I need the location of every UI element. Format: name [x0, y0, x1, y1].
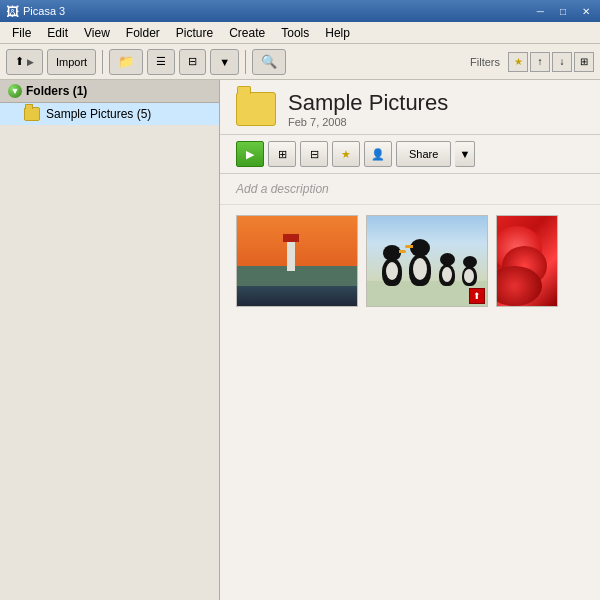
- penguin-1: [382, 245, 402, 286]
- penguin-3: [439, 253, 455, 286]
- menubar: File Edit View Folder Picture Create Too…: [0, 22, 600, 44]
- slideshow-btn[interactable]: ▶: [236, 141, 264, 167]
- menu-tools[interactable]: Tools: [273, 24, 317, 42]
- filter-up[interactable]: ↑: [530, 52, 550, 72]
- penguin-2: [409, 239, 431, 286]
- movie-icon: ⊟: [310, 148, 319, 161]
- menu-file[interactable]: File: [4, 24, 39, 42]
- menu-edit[interactable]: Edit: [39, 24, 76, 42]
- import-btn[interactable]: Import: [47, 49, 96, 75]
- folder-header: Sample Pictures Feb 7, 2008: [220, 80, 600, 135]
- folder-info: Sample Pictures Feb 7, 2008: [288, 90, 448, 128]
- menu-picture[interactable]: Picture: [168, 24, 221, 42]
- sort-btn[interactable]: ▼: [210, 49, 239, 75]
- flower-petal-3: [497, 266, 542, 306]
- toolbar: ⬆ ▶ Import 📁 ☰ ⊟ ▼ 🔍 Filters ★ ↑ ↓ ⊞: [0, 44, 600, 80]
- minimize-btn[interactable]: ─: [533, 6, 548, 17]
- folder-name: Sample Pictures (5): [46, 107, 151, 121]
- people-btn[interactable]: 👤: [364, 141, 392, 167]
- add-folder-btn[interactable]: 📁: [109, 49, 143, 75]
- sidebar: ▼ Folders (1) Sample Pictures (5): [0, 80, 220, 600]
- main-layout: ▼ Folders (1) Sample Pictures (5) Sample…: [0, 80, 600, 600]
- collage-btn[interactable]: ⊞: [268, 141, 296, 167]
- navigate-btn[interactable]: 🔍: [252, 49, 286, 75]
- share-dropdown-btn[interactable]: ▼: [455, 141, 475, 167]
- description-area[interactable]: Add a description: [220, 174, 600, 205]
- maximize-btn[interactable]: □: [556, 6, 570, 17]
- filter-icons: ★ ↑ ↓ ⊞: [508, 52, 594, 72]
- big-folder-icon: [236, 92, 276, 126]
- close-btn[interactable]: ✕: [578, 6, 594, 17]
- grid-view-btn[interactable]: ⊟: [179, 49, 206, 75]
- menu-view[interactable]: View: [76, 24, 118, 42]
- collage-icon: ⊞: [278, 148, 287, 161]
- action-toolbar: ▶ ⊞ ⊟ ★ 👤 Share ▼: [220, 135, 600, 174]
- lighthouse-cap: [283, 234, 299, 242]
- filter-star[interactable]: ★: [508, 52, 528, 72]
- upload-badge: ⬆: [469, 288, 485, 304]
- folder-title: Sample Pictures: [288, 90, 448, 116]
- folders-section-header[interactable]: ▼ Folders (1): [0, 80, 219, 103]
- content-area: Sample Pictures Feb 7, 2008 ▶ ⊞ ⊟ ★ 👤 Sh…: [220, 80, 600, 600]
- lighthouse-image: [237, 216, 357, 306]
- toolbar-sep-1: [102, 50, 103, 74]
- menu-folder[interactable]: Folder: [118, 24, 168, 42]
- filter-down[interactable]: ↓: [552, 52, 572, 72]
- menu-create[interactable]: Create: [221, 24, 273, 42]
- sky-glow: [237, 216, 357, 271]
- list-view-btn[interactable]: ☰: [147, 49, 175, 75]
- movie-btn[interactable]: ⊟: [300, 141, 328, 167]
- photo-penguins[interactable]: ⬆: [366, 215, 488, 307]
- penguin-4: [462, 256, 477, 286]
- share-label: Share: [409, 148, 438, 160]
- water: [237, 286, 357, 306]
- play-icon: ▶: [246, 148, 254, 161]
- photo-lighthouse[interactable]: [236, 215, 358, 307]
- flower-image: [497, 216, 557, 306]
- folders-label: Folders (1): [26, 84, 87, 98]
- share-btn[interactable]: Share: [396, 141, 451, 167]
- dropdown-icon: ▼: [459, 148, 470, 160]
- folder-icon: [24, 107, 40, 121]
- description-placeholder: Add a description: [236, 182, 329, 196]
- filter-grid[interactable]: ⊞: [574, 52, 594, 72]
- photo-grid: ⬆: [220, 205, 600, 317]
- filters-label: Filters: [470, 56, 500, 68]
- star-btn[interactable]: ★: [332, 141, 360, 167]
- app-title: Picasa 3: [23, 5, 65, 17]
- people-icon: 👤: [371, 148, 385, 161]
- collapse-icon[interactable]: ▼: [8, 84, 22, 98]
- menu-help[interactable]: Help: [317, 24, 358, 42]
- toolbar-sep-2: [245, 50, 246, 74]
- star-icon: ★: [341, 148, 351, 161]
- sidebar-item-sample-pictures[interactable]: Sample Pictures (5): [0, 103, 219, 125]
- tower: [287, 241, 295, 271]
- titlebar: 🖼 Picasa 3 ─ □ ✕: [0, 0, 600, 22]
- upload-rotate-btn[interactable]: ⬆ ▶: [6, 49, 43, 75]
- photo-flower[interactable]: [496, 215, 558, 307]
- folder-date: Feb 7, 2008: [288, 116, 448, 128]
- badge-icon: ⬆: [473, 291, 481, 301]
- app-icon: 🖼: [6, 4, 19, 19]
